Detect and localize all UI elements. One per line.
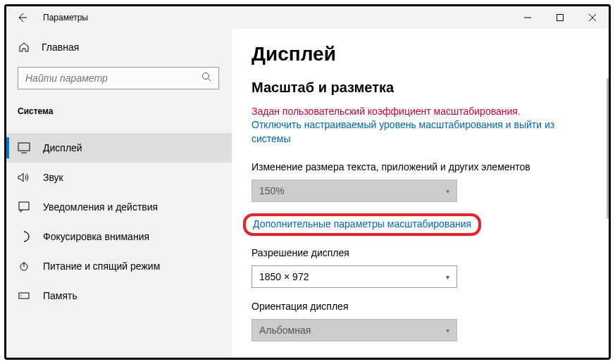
sidebar-item-storage[interactable]: Память	[6, 281, 232, 310]
svg-rect-0	[557, 15, 564, 21]
sidebar-item-sound[interactable]: Звук	[6, 163, 232, 192]
scrollbar-thumb[interactable]	[607, 78, 609, 219]
chevron-down-icon: ▾	[446, 327, 449, 334]
disable-custom-scaling-link[interactable]: Отключить настраиваемый уровень масштаби…	[251, 118, 589, 146]
orientation-dropdown: Альбомная ▾	[251, 319, 457, 341]
power-icon	[18, 260, 30, 272]
section-title: Система	[6, 96, 232, 122]
storage-icon	[18, 289, 30, 302]
window-title: Параметры	[43, 13, 88, 23]
sidebar-item-label: Уведомления и действия	[43, 201, 158, 213]
window-controls	[511, 6, 609, 29]
sidebar-item-power[interactable]: Питание и спящий режим	[6, 251, 232, 281]
sidebar: Главная Система Дисплей	[6, 29, 232, 358]
content-pane: Дисплей Масштаб и разметка Задан пользов…	[232, 29, 609, 358]
sound-icon	[18, 171, 30, 184]
scaling-warning: Задан пользовательский коэффициент масшт…	[251, 106, 589, 117]
sidebar-item-label: Дисплей	[43, 142, 82, 153]
home-icon	[18, 42, 30, 53]
search-icon	[201, 72, 211, 84]
resolution-value: 1850 × 972	[259, 271, 309, 282]
sidebar-item-label: Фокусировка внимания	[43, 231, 149, 242]
sidebar-item-focus[interactable]: Фокусировка внимания	[6, 222, 232, 251]
sidebar-item-label: Питание и спящий режим	[43, 261, 160, 272]
back-button[interactable]	[15, 11, 29, 25]
scale-value: 150%	[259, 185, 285, 196]
orientation-field-label: Ориентация дисплея	[251, 301, 589, 312]
focus-icon	[18, 230, 30, 243]
scale-dropdown: 150% ▾	[251, 180, 457, 202]
svg-point-1	[203, 73, 209, 80]
minimize-button[interactable]	[511, 6, 544, 29]
svg-rect-2	[18, 143, 30, 151]
home-label: Главная	[42, 42, 79, 53]
resolution-dropdown[interactable]: 1850 × 972 ▾	[251, 265, 457, 288]
display-icon	[18, 142, 30, 154]
settings-window: Параметры Главная	[4, 4, 611, 360]
sidebar-item-label: Звук	[43, 172, 63, 183]
svg-rect-5	[19, 293, 29, 299]
close-button[interactable]	[576, 6, 609, 29]
titlebar: Параметры	[6, 6, 609, 29]
resolution-field-label: Разрешение дисплея	[251, 247, 589, 258]
nav-list: Дисплей Звук Уведомления и действия	[6, 133, 232, 310]
sidebar-item-display[interactable]: Дисплей	[6, 133, 232, 163]
search-input[interactable]	[25, 73, 201, 84]
chevron-down-icon: ▾	[446, 187, 449, 195]
orientation-value: Альбомная	[259, 325, 311, 336]
svg-rect-3	[19, 202, 29, 210]
chevron-down-icon: ▾	[446, 273, 449, 281]
scrollbar[interactable]	[607, 29, 609, 358]
advanced-scaling-link[interactable]: Дополнительные параметры масштабирования	[253, 218, 471, 230]
highlight-annotation: Дополнительные параметры масштабирования	[243, 213, 481, 236]
search-box-container	[18, 67, 219, 89]
body: Главная Система Дисплей	[6, 29, 609, 358]
svg-point-6	[20, 295, 21, 296]
notification-icon	[18, 201, 30, 213]
section-heading: Масштаб и разметка	[251, 80, 589, 96]
sidebar-item-notifications[interactable]: Уведомления и действия	[6, 192, 232, 222]
page-heading: Дисплей	[251, 43, 589, 65]
scale-field-label: Изменение размера текста, приложений и д…	[251, 161, 589, 172]
maximize-button[interactable]	[544, 6, 576, 29]
sidebar-item-label: Память	[43, 290, 77, 301]
home-nav[interactable]: Главная	[6, 34, 232, 60]
